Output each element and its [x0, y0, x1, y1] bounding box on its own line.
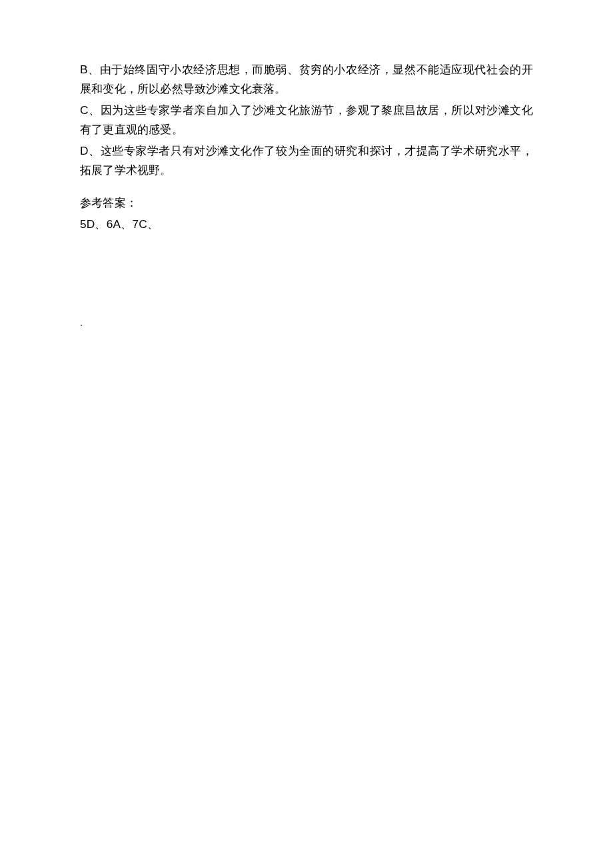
option-b: B、由于始终固守小农经济思想，而脆弱、贫穷的小农经济，显然不能适应现代社会的开展…	[80, 60, 533, 99]
stray-dot: .	[80, 314, 533, 331]
option-c: C、因为这些专家学者亲自加入了沙滩文化旅游节，参观了黎庶昌故居，所以对沙滩文化有…	[80, 101, 533, 140]
answer-heading: 参考答案：	[80, 193, 533, 213]
answer-list: 5D、6A、7C、	[80, 215, 533, 234]
spacer	[80, 181, 533, 193]
option-d: D、这些专家学者只有对沙滩文化作了较为全面的研究和探讨，才提高了学术研究水平，拓…	[80, 141, 533, 181]
document-page: B、由于始终固守小农经济思想，而脆弱、贫穷的小农经济，显然不能适应现代社会的开展…	[0, 0, 613, 868]
